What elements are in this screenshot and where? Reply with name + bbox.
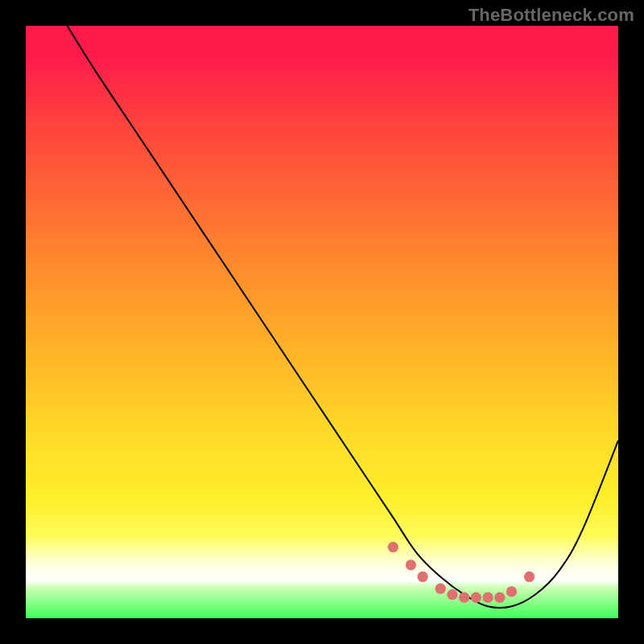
highlight-marker bbox=[471, 592, 481, 603]
chart-frame: TheBottleneck.com bbox=[0, 0, 644, 644]
watermark-text: TheBottleneck.com bbox=[469, 5, 634, 26]
highlight-marker bbox=[506, 586, 517, 597]
highlight-marker bbox=[494, 592, 505, 603]
highlight-marker bbox=[447, 589, 457, 600]
highlight-marker bbox=[406, 559, 416, 570]
highlight-marker bbox=[524, 572, 535, 582]
highlight-marker bbox=[388, 542, 398, 552]
highlight-marker bbox=[482, 592, 493, 603]
markers-layer bbox=[26, 26, 618, 618]
plot-area bbox=[26, 26, 618, 618]
highlight-marker bbox=[417, 572, 427, 582]
highlight-marker bbox=[459, 592, 469, 603]
highlight-marker bbox=[436, 584, 446, 594]
